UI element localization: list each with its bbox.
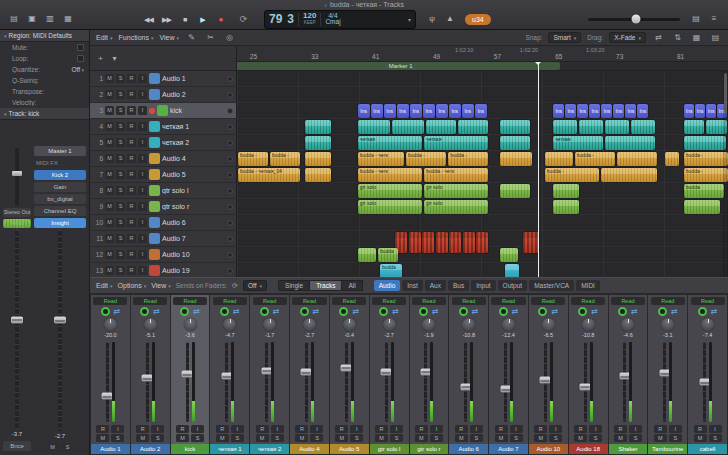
automation-mode-button[interactable]: Read [531, 297, 565, 305]
pan-knob[interactable] [383, 318, 396, 331]
Audio 2[interactable]: Read ⇄ -5.1 R [131, 295, 170, 454]
audio-region[interactable] [579, 120, 603, 134]
mute-button[interactable]: M [256, 434, 269, 442]
record-button[interactable]: ● [212, 12, 229, 27]
toggle-inspector-icon[interactable]: ▣ [24, 12, 40, 26]
record-enable-button[interactable]: R [614, 425, 627, 433]
audio-region[interactable] [631, 120, 655, 134]
plugin-slot[interactable]: Gain [34, 182, 86, 192]
volume-fader[interactable] [544, 342, 547, 422]
solo-button[interactable]: S [549, 434, 562, 442]
solo-button[interactable]: S [310, 434, 323, 442]
pan-knob[interactable] [502, 318, 515, 331]
stop-button[interactable]: ■ [176, 12, 193, 27]
audio-region[interactable]: Ins [449, 104, 461, 118]
gtr solo l[interactable]: Read ⇄ -2.7 R [370, 295, 409, 454]
input-monitor-button[interactable]: I [510, 425, 523, 433]
solo-button[interactable]: S [111, 434, 124, 442]
track-record-button[interactable]: R [127, 202, 136, 211]
mixer-menu[interactable]: View▾ [151, 282, 171, 289]
record-enable-button[interactable]: R [654, 425, 667, 433]
audio-region[interactable]: Ins [637, 104, 648, 118]
kick[interactable]: Read ⇄ -3.6 R [171, 295, 210, 454]
grid-view-icon[interactable]: ▦ [690, 32, 703, 44]
pan-knob[interactable] [661, 318, 674, 331]
track-input-button[interactable]: I [138, 106, 147, 115]
mute-button[interactable]: M [96, 434, 109, 442]
output-slot[interactable]: Stereo Out [3, 208, 31, 217]
четкая 2[interactable]: Read ⇄ -1.7 R [250, 295, 289, 454]
gain-knob[interactable] [220, 307, 229, 316]
plugin-slot[interactable]: bx_digital [34, 194, 86, 204]
gtr solo r[interactable]: 9 M S R I gtr solo r [90, 199, 236, 215]
mixer-view-button[interactable]: All [342, 280, 362, 291]
sends-loop-icon[interactable]: ⟳ [232, 282, 238, 290]
track-mute-button[interactable]: M [105, 106, 114, 115]
mute-button[interactable]: M [335, 434, 348, 442]
volume-fader[interactable] [703, 342, 706, 422]
fader-cap[interactable] [54, 317, 66, 324]
auto-zoom-icon[interactable]: ⇅ [671, 32, 684, 44]
volume-fader[interactable] [345, 342, 348, 422]
mixer-filter-button[interactable]: MIDI [576, 280, 600, 291]
input-monitor-button[interactable]: I [709, 425, 722, 433]
stereo-format-button[interactable]: ⇄ [591, 307, 598, 317]
fader-cap[interactable] [11, 316, 23, 323]
track-record-button[interactable]: R [127, 90, 136, 99]
input-monitor-button[interactable]: I [310, 425, 323, 433]
stereo-format-button[interactable]: ⇄ [193, 307, 200, 317]
audio-region[interactable] [500, 136, 530, 150]
gain-knob[interactable] [538, 307, 547, 316]
track-volume-fader[interactable] [58, 230, 62, 431]
Audio 6[interactable]: 10 M S R I Audio 6 [90, 215, 236, 231]
mute-button[interactable]: M [574, 434, 587, 442]
audio-region[interactable] [305, 168, 331, 182]
automation-mode-button[interactable]: Read [372, 297, 406, 305]
volume-fader[interactable] [186, 342, 189, 422]
solo-button[interactable]: S [510, 434, 523, 442]
audio-region[interactable] [426, 120, 456, 134]
pan-knob[interactable] [621, 318, 634, 331]
solo-button[interactable]: S [231, 434, 244, 442]
audio-region[interactable] [500, 120, 530, 134]
record-enable-button[interactable]: R [176, 425, 189, 433]
pan-knob[interactable] [582, 318, 595, 331]
gain-knob[interactable] [339, 307, 348, 316]
audio-region[interactable]: budda - [406, 152, 446, 166]
region-parameter-row[interactable]: Mute: [0, 42, 89, 53]
track-input-button[interactable]: I [138, 90, 147, 99]
mute-button[interactable]: M [614, 434, 627, 442]
volume-fader[interactable] [385, 342, 388, 422]
mixer-menu[interactable]: Options▾ [118, 282, 147, 289]
input-monitor-button[interactable]: I [629, 425, 642, 433]
audio-region[interactable]: gtr solo [424, 184, 488, 198]
automation-mode-button[interactable]: Read [332, 297, 366, 305]
mixer-filter-button[interactable]: Master/VCA [529, 280, 574, 291]
pan-knob[interactable] [104, 318, 117, 331]
audio-region[interactable] [409, 232, 421, 253]
plugin-slot[interactable]: Insight [34, 218, 86, 228]
region-parameter-row[interactable]: Quantize: Off [0, 64, 89, 75]
automation-mode-button[interactable]: Read [691, 297, 725, 305]
input-monitor-dot[interactable] [227, 188, 233, 194]
track-solo-button[interactable]: S [116, 154, 125, 163]
parameter-checkbox[interactable] [77, 55, 84, 62]
track-mute-button[interactable]: M [105, 90, 114, 99]
pan-knob[interactable] [701, 318, 714, 331]
audio-region[interactable]: Ins [695, 104, 705, 118]
audio-region[interactable]: budda [380, 264, 402, 277]
четкая 2[interactable]: 5 M S R I четкая 2 [90, 135, 236, 151]
volume-fader[interactable] [424, 342, 427, 422]
pan-knob[interactable] [223, 318, 236, 331]
mixer-filter-button[interactable]: Audio [374, 280, 401, 291]
solo-button[interactable]: S [430, 434, 443, 442]
count-in-badge[interactable]: u34 [465, 14, 491, 25]
audio-region[interactable] [684, 120, 704, 134]
toggle-mixer-icon[interactable]: ▥ [42, 12, 58, 26]
четкая 1[interactable]: Read ⇄ -4.7 R [210, 295, 249, 454]
audio-region[interactable] [436, 232, 448, 253]
input-monitor-dot[interactable] [227, 172, 233, 178]
mixer-view-button[interactable]: Tracks [310, 280, 342, 291]
snap-select[interactable]: Smart▾ [548, 32, 581, 43]
audio-region[interactable]: Ins [371, 104, 383, 118]
